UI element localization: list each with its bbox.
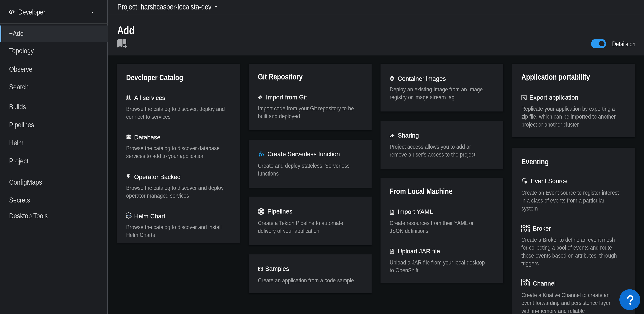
svg-text:HELM: HELM [126, 214, 131, 216]
